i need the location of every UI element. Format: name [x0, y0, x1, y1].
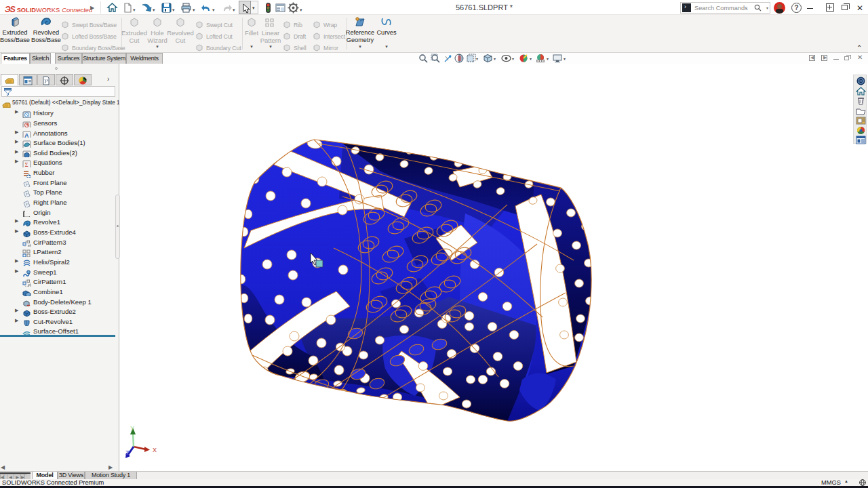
svg-text:A: A	[24, 132, 29, 138]
svg-text:Y: Y	[130, 425, 134, 432]
svg-text:Σ: Σ	[25, 161, 28, 167]
svg-text:Z: Z	[125, 450, 130, 457]
svg-text:X: X	[153, 447, 157, 453]
